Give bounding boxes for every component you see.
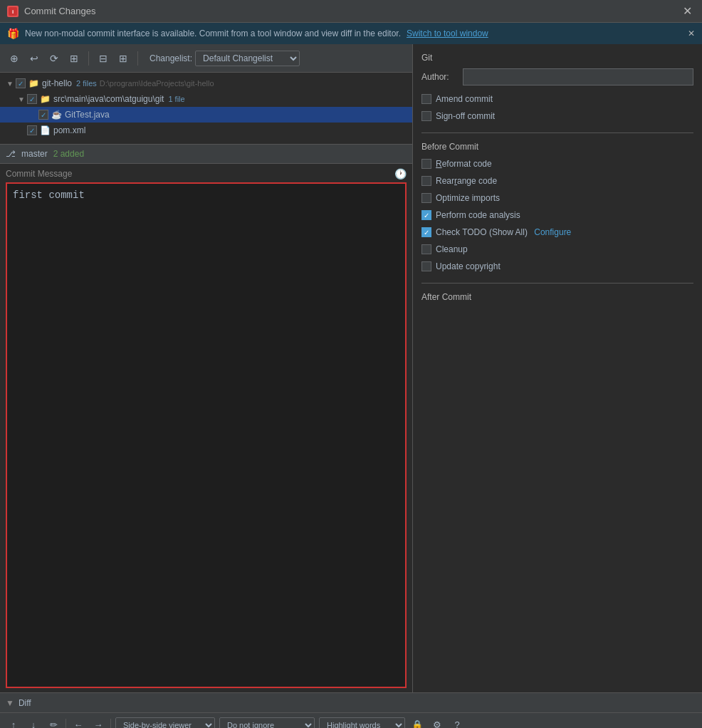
check-todo-label: Check TODO (Show All) <box>436 227 530 237</box>
commit-message-label: Commit Message <box>6 169 72 179</box>
perform-analysis-row: ✓ Perform code analysis <box>421 209 693 222</box>
checkbox-pom[interactable]: ✓ <box>27 125 37 135</box>
src-folder-icon: 📁 <box>40 94 51 104</box>
diff-edit-btn[interactable]: ✏ <box>46 717 61 729</box>
expand-arrow-src: ▼ <box>17 95 26 103</box>
diff-lock-btn[interactable]: 🔒 <box>409 717 425 729</box>
rearrange-code-label: Rearrange code <box>436 176 497 186</box>
diff-area: ▼ Diff ↑ ↓ ✏ ← → Side-by-side viewer Uni… <box>0 692 702 728</box>
svg-text:i: i <box>12 9 14 15</box>
reformat-code-row: Reformat code <box>421 157 693 170</box>
diff-highlight-dropdown[interactable]: Highlight words Highlight lines Do not h… <box>319 717 405 729</box>
file-tree: ▼ ✓ 📁 git-hello 2 files D:\program\IdeaP… <box>0 73 412 144</box>
perform-analysis-checkbox[interactable]: ✓ <box>421 210 431 220</box>
toolbar-sep-2 <box>137 51 138 66</box>
diff-down-btn[interactable]: ↓ <box>26 717 41 729</box>
src-badge: 1 file <box>168 95 184 103</box>
commit-message-input[interactable]: first commit <box>6 182 407 688</box>
tree-item-pom[interactable]: ▶ ✓ 📄 pom.xml <box>0 123 412 138</box>
reformat-code-checkbox[interactable] <box>421 159 431 169</box>
tree-item-gittest[interactable]: ▶ ✓ ☕ GitTest.java <box>0 107 412 123</box>
branch-icon: ⎇ <box>6 149 16 159</box>
info-bar-text: New non-modal commit interface is availa… <box>25 28 401 38</box>
after-commit-title: After Commit <box>421 292 693 302</box>
section-divider-2 <box>421 283 693 284</box>
undo-btn[interactable]: ↩ <box>26 50 43 67</box>
changelist-label: Changelist: <box>150 53 192 63</box>
info-icon: 🎁 <box>7 28 19 39</box>
right-panel: Git Author: Amend commit Sign-off commit… <box>413 44 702 692</box>
commit-message-area: Commit Message 🕐 first commit <box>0 164 412 692</box>
tree-item-src[interactable]: ▼ ✓ 📁 src\main\java\com\atguigu\git 1 fi… <box>0 91 412 107</box>
check-todo-row: ✓ Check TODO (Show All) Configure <box>421 226 693 239</box>
rearrange-code-checkbox[interactable] <box>421 176 431 186</box>
expand-btn[interactable]: ⊟ <box>95 50 112 67</box>
commit-message-clock-icon: 🕐 <box>394 168 407 180</box>
diff-sep-1 <box>66 719 66 729</box>
git-hello-label: git-hello <box>42 78 72 88</box>
git-hello-badge: 2 files <box>76 79 97 88</box>
rearrange-code-row: Rearrange code <box>421 175 693 187</box>
diff-section-label: Diff <box>19 698 31 708</box>
window-close-button[interactable]: ✕ <box>680 4 695 18</box>
main-content: ⊕ ↩ ⟳ ⊞ ⊟ ⊞ Changelist: Default Changeli… <box>0 44 702 692</box>
signoff-commit-label: Sign-off commit <box>436 111 495 121</box>
section-divider-1 <box>421 132 693 133</box>
info-bar-close-button[interactable]: ✕ <box>688 28 695 38</box>
diff-settings-btn[interactable]: ⚙ <box>429 717 445 729</box>
info-bar: 🎁 New non-modal commit interface is avai… <box>0 23 702 44</box>
diff-sep-2 <box>110 719 111 729</box>
app-icon: i <box>7 6 19 17</box>
perform-analysis-label: Perform code analysis <box>436 210 520 220</box>
cleanup-checkbox[interactable] <box>421 244 431 254</box>
diff-header[interactable]: ▼ Diff <box>0 693 702 713</box>
diff-help-btn[interactable]: ? <box>449 717 465 729</box>
optimize-imports-checkbox[interactable] <box>421 193 431 203</box>
left-panel: ⊕ ↩ ⟳ ⊞ ⊟ ⊞ Changelist: Default Changeli… <box>0 44 413 692</box>
configure-link[interactable]: Configure <box>534 227 571 237</box>
amend-commit-label: Amend commit <box>436 94 493 104</box>
changelist-dropdown[interactable]: Default Changelist <box>195 51 300 66</box>
branch-name: master <box>21 149 48 159</box>
window-title: Commit Changes <box>24 6 95 16</box>
checkbox-git-hello[interactable]: ✓ <box>16 78 26 88</box>
reformat-code-label: Reformat code <box>436 159 492 169</box>
expand-arrow: ▼ <box>6 79 14 88</box>
xml-icon: 📄 <box>40 125 51 135</box>
diff-prev-btn[interactable]: ← <box>70 717 86 729</box>
before-commit-title: Before Commit <box>421 142 693 152</box>
status-bar: ⎇ master 2 added <box>0 144 412 164</box>
author-input[interactable] <box>463 68 693 85</box>
diff-up-btn[interactable]: ↑ <box>6 717 21 729</box>
java-icon: ☕ <box>51 110 62 120</box>
title-bar: i Commit Changes ✕ <box>0 0 702 23</box>
signoff-commit-checkbox[interactable] <box>421 111 431 121</box>
diff-viewer-dropdown[interactable]: Side-by-side viewer Unified viewer <box>115 717 215 729</box>
check-todo-checkbox[interactable]: ✓ <box>421 227 431 237</box>
optimize-imports-row: Optimize imports <box>421 192 693 204</box>
info-bar-link[interactable]: Switch to tool window <box>407 28 488 38</box>
move-to-changelist-btn[interactable]: ⊕ <box>6 50 23 67</box>
author-row: Author: <box>421 68 693 85</box>
cleanup-row: Cleanup <box>421 243 693 256</box>
refresh-btn[interactable]: ⟳ <box>46 50 63 67</box>
cleanup-label: Cleanup <box>436 244 468 254</box>
collapse-btn[interactable]: ⊞ <box>115 50 132 67</box>
src-label: src\main\java\com\atguigu\git <box>53 94 164 104</box>
gittest-label: GitTest.java <box>65 110 110 120</box>
checkbox-src[interactable]: ✓ <box>27 94 37 104</box>
signoff-commit-row: Sign-off commit <box>421 110 693 123</box>
diff-ignore-dropdown[interactable]: Do not ignore Ignore whitespace <box>219 717 315 729</box>
checkbox-gittest[interactable]: ✓ <box>38 110 48 120</box>
git-hello-path: D:\program\IdeaProjects\git-hello <box>100 79 214 88</box>
author-label: Author: <box>421 72 457 82</box>
toolbar: ⊕ ↩ ⟳ ⊞ ⊟ ⊞ Changelist: Default Changeli… <box>0 44 412 73</box>
optimize-imports-label: Optimize imports <box>436 193 500 203</box>
toolbar-sep-1 <box>88 51 89 66</box>
diff-next-btn[interactable]: → <box>90 717 106 729</box>
update-copyright-checkbox[interactable] <box>421 261 431 271</box>
group-btn[interactable]: ⊞ <box>66 50 83 67</box>
tree-item-git-hello[interactable]: ▼ ✓ 📁 git-hello 2 files D:\program\IdeaP… <box>0 76 412 91</box>
folder-icon: 📁 <box>28 78 39 88</box>
amend-commit-checkbox[interactable] <box>421 94 431 104</box>
